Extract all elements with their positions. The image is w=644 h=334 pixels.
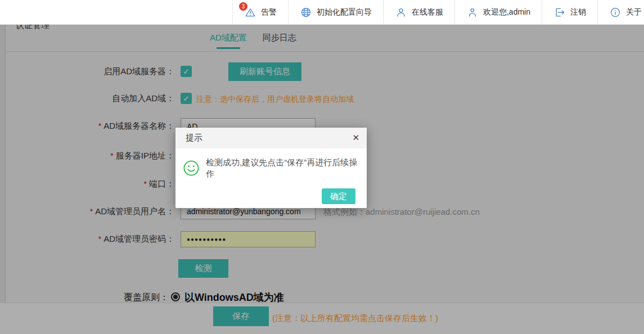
topbar-item-alerts[interactable]: 3 告警 (232, 0, 288, 24)
dialog-header: 提示 (175, 128, 367, 148)
topbar-item-about[interactable]: 关于 (597, 0, 644, 24)
app-window: 3 告警 初始化配置向导 在线客服 (0, 0, 644, 334)
alert-count-badge: 3 (239, 2, 247, 11)
user-icon (466, 6, 479, 19)
info-icon (609, 6, 622, 19)
topbar-label-alerts: 告警 (261, 7, 277, 17)
customer-service-icon (395, 6, 407, 19)
topbar-label-logout: 注销 (570, 7, 586, 17)
topbar-label-about: 关于 (626, 7, 642, 17)
topbar-item-online-support[interactable]: 在线客服 (383, 0, 454, 24)
close-icon[interactable]: ✕ (352, 133, 359, 142)
smiley-success-icon (183, 160, 200, 177)
dialog-title: 提示 (186, 133, 202, 143)
alert-icon: 3 (244, 6, 256, 19)
dialog-body: 检测成功,建议先点击“保存”再进行后续操作 (183, 157, 360, 179)
top-navigation-bar: 3 告警 初始化配置向导 在线客服 (0, 0, 644, 25)
topbar-label-online-support: 在线客服 (412, 7, 443, 17)
topbar-item-logout[interactable]: 注销 (542, 0, 597, 24)
dialog-message: 检测成功,建议先点击“保存”再进行后续操作 (206, 157, 360, 179)
topbar-item-setup-wizard[interactable]: 初始化配置向导 (288, 0, 383, 24)
hint-dialog: 提示 ✕ 检测成功,建议先点击“保存”再进行后续操作 确定 (175, 128, 367, 208)
topbar-label-welcome-admin: 欢迎您,admin (483, 7, 530, 17)
globe-icon (300, 6, 312, 19)
topbar-label-setup-wizard: 初始化配置向导 (317, 7, 372, 17)
confirm-button[interactable]: 确定 (322, 188, 355, 204)
logout-icon (553, 6, 566, 19)
topbar-item-welcome-admin[interactable]: 欢迎您,admin (454, 0, 542, 24)
